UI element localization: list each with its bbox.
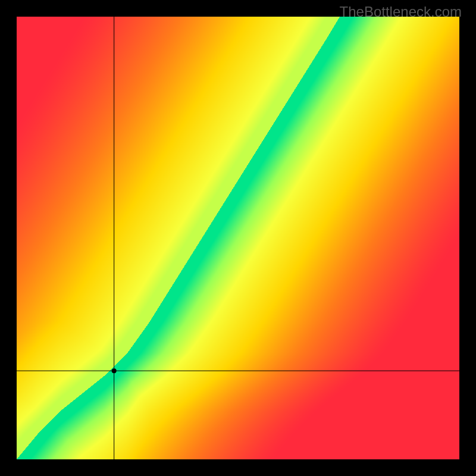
chart-container: TheBottleneck.com	[0, 0, 476, 476]
bottleneck-heatmap	[0, 0, 476, 476]
watermark-text: TheBottleneck.com	[340, 4, 462, 20]
